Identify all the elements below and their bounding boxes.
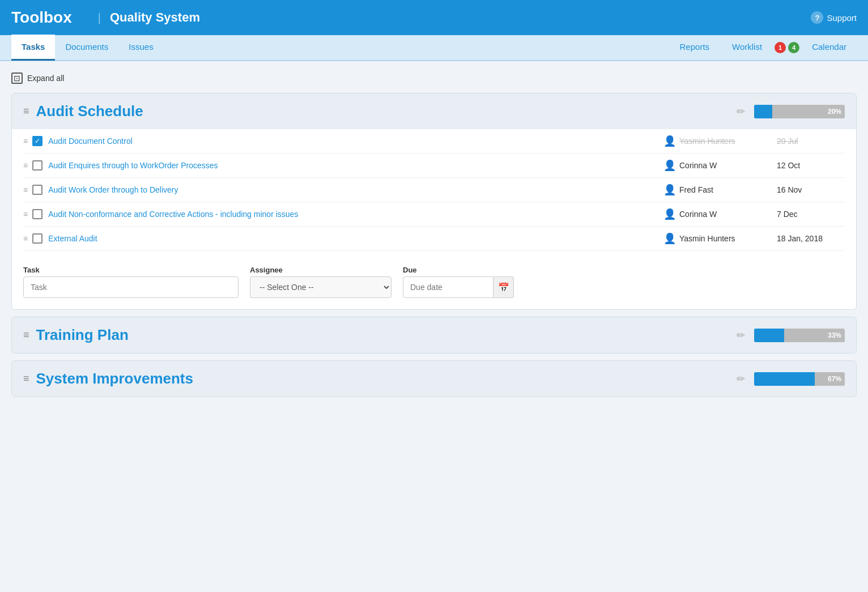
edit-icon-audit[interactable]: ✏ bbox=[737, 105, 745, 118]
section-audit-schedule: ≡ Audit Schedule ✏ 20% ≡ Aud bbox=[11, 93, 857, 310]
task-checkbox[interactable] bbox=[32, 209, 42, 219]
task-assignee: 👤 Yasmin Hunters bbox=[663, 135, 777, 147]
task-due: 12 Oct bbox=[777, 161, 845, 170]
table-row: ≡ Audit Document Control 👤 Yasmin Hunter… bbox=[23, 129, 845, 154]
drag-handle-icon: ≡ bbox=[23, 105, 29, 117]
task-due: 18 Jan, 2018 bbox=[777, 234, 845, 243]
due-date-input[interactable] bbox=[403, 276, 493, 298]
page-title: Quality System bbox=[110, 10, 200, 25]
add-task-row: Task Assignee -- Select One -- Due 📅 bbox=[23, 257, 845, 298]
task-title[interactable]: External Audit bbox=[48, 234, 663, 243]
task-input-col: Task bbox=[23, 266, 239, 298]
brand-logo[interactable]: Toolbox bbox=[11, 8, 72, 27]
tab-worklist[interactable]: Worklist bbox=[722, 35, 772, 61]
task-assignee: 👤 Corinna W bbox=[663, 208, 777, 220]
task-title[interactable]: Audit Work Order through to Delivery bbox=[48, 185, 663, 194]
task-title[interactable]: Audit Enquires through to WorkOrder Proc… bbox=[48, 161, 663, 170]
progress-label-audit: 20% bbox=[828, 108, 841, 116]
worklist-badge-green: 4 bbox=[788, 42, 799, 53]
drag-handle-icon: ≡ bbox=[23, 234, 28, 243]
edit-icon-training[interactable]: ✏ bbox=[737, 329, 745, 342]
top-navigation: Toolbox | Quality System ? Support bbox=[0, 0, 868, 35]
task-assignee: 👤 Yasmin Hunters bbox=[663, 232, 777, 245]
task-field-label: Task bbox=[23, 266, 239, 274]
table-row: ≡ External Audit 👤 Yasmin Hunters 18 Jan… bbox=[23, 227, 845, 251]
calendar-icon-button[interactable]: 📅 bbox=[493, 276, 514, 298]
task-checkbox[interactable] bbox=[32, 136, 42, 146]
expand-all-button[interactable]: ⊡ Expand all bbox=[11, 73, 857, 84]
tab-issues[interactable]: Issues bbox=[118, 35, 163, 61]
expand-all-label: Expand all bbox=[27, 74, 64, 83]
progress-bar-audit: 20% bbox=[754, 105, 845, 118]
table-row: ≡ Audit Work Order through to Delivery 👤… bbox=[23, 178, 845, 202]
section-title-training: Training Plan bbox=[36, 326, 737, 344]
task-assignee: 👤 Corinna W bbox=[663, 159, 777, 172]
section-header-improvements: ≡ System Improvements ✏ 67% bbox=[12, 361, 856, 397]
section-actions-training: ✏ 33% bbox=[737, 329, 845, 342]
assignee-name: Corinna W bbox=[679, 161, 717, 170]
support-icon: ? bbox=[811, 11, 823, 24]
worklist-badge-red: 1 bbox=[775, 42, 786, 53]
table-row: ≡ Audit Non-conformance and Corrective A… bbox=[23, 202, 845, 227]
assignee-name: Yasmin Hunters bbox=[679, 234, 735, 243]
section-system-improvements: ≡ System Improvements ✏ 67% bbox=[11, 360, 857, 397]
support-label: Support bbox=[827, 13, 857, 23]
progress-bar-training: 33% bbox=[754, 329, 845, 342]
table-row: ≡ Audit Enquires through to WorkOrder Pr… bbox=[23, 154, 845, 178]
task-checkbox[interactable] bbox=[32, 160, 42, 171]
tab-tasks[interactable]: Tasks bbox=[11, 35, 55, 61]
section-header-audit: ≡ Audit Schedule ✏ 20% bbox=[12, 93, 856, 129]
sub-navigation: Tasks Documents Issues Reports Worklist … bbox=[0, 35, 868, 61]
drag-handle-icon: ≡ bbox=[23, 210, 28, 219]
due-field-label: Due bbox=[403, 266, 514, 274]
progress-label-training: 33% bbox=[828, 331, 841, 339]
progress-label-improvements: 67% bbox=[828, 375, 841, 383]
section-header-training: ≡ Training Plan ✏ 33% bbox=[12, 317, 856, 353]
assignee-name: Fred Fast bbox=[679, 185, 713, 194]
support-link[interactable]: ? Support bbox=[811, 11, 857, 24]
assignee-select[interactable]: -- Select One -- bbox=[250, 276, 392, 298]
user-icon: 👤 bbox=[663, 232, 676, 245]
due-input-col: Due 📅 bbox=[403, 266, 514, 298]
task-input[interactable] bbox=[23, 276, 239, 298]
nav-divider: | bbox=[98, 11, 101, 24]
task-checkbox[interactable] bbox=[32, 233, 42, 244]
main-content: ⊡ Expand all ≡ Audit Schedule ✏ 20% bbox=[0, 61, 868, 415]
drag-handle-icon: ≡ bbox=[23, 185, 28, 194]
task-due: 16 Nov bbox=[777, 185, 845, 194]
edit-icon-improvements[interactable]: ✏ bbox=[737, 373, 745, 385]
assignee-field-label: Assignee bbox=[250, 266, 392, 274]
drag-handle-icon: ≡ bbox=[23, 329, 29, 341]
due-date-wrapper: 📅 bbox=[403, 276, 514, 298]
user-icon: 👤 bbox=[663, 184, 676, 196]
tab-calendar[interactable]: Calendar bbox=[802, 35, 857, 61]
assignee-input-col: Assignee -- Select One -- bbox=[250, 266, 392, 298]
drag-handle-icon: ≡ bbox=[23, 137, 28, 146]
user-icon: 👤 bbox=[663, 208, 676, 220]
right-nav-items: Reports Worklist 1 4 Calendar bbox=[670, 35, 857, 61]
section-title-audit: Audit Schedule bbox=[36, 103, 737, 120]
task-title[interactable]: Audit Non-conformance and Corrective Act… bbox=[48, 210, 663, 219]
task-due: 20 Jul bbox=[777, 137, 845, 146]
task-assignee: 👤 Fred Fast bbox=[663, 184, 777, 196]
expand-icon: ⊡ bbox=[11, 73, 23, 84]
tasks-container-audit: ≡ Audit Document Control 👤 Yasmin Hunter… bbox=[12, 129, 856, 309]
tab-documents[interactable]: Documents bbox=[55, 35, 118, 61]
section-actions-audit: ✏ 20% bbox=[737, 105, 845, 118]
section-training-plan: ≡ Training Plan ✏ 33% bbox=[11, 317, 857, 354]
assignee-name: Corinna W bbox=[679, 210, 717, 219]
drag-handle-icon: ≡ bbox=[23, 373, 29, 385]
task-due: 7 Dec bbox=[777, 210, 845, 219]
user-icon: 👤 bbox=[663, 159, 676, 172]
drag-handle-icon: ≡ bbox=[23, 161, 28, 170]
task-checkbox[interactable] bbox=[32, 185, 42, 195]
section-actions-improvements: ✏ 67% bbox=[737, 372, 845, 386]
tab-reports[interactable]: Reports bbox=[670, 35, 720, 61]
section-title-improvements: System Improvements bbox=[36, 370, 737, 387]
task-title[interactable]: Audit Document Control bbox=[48, 137, 663, 146]
assignee-name: Yasmin Hunters bbox=[679, 137, 735, 146]
progress-bar-improvements: 67% bbox=[754, 372, 845, 386]
user-icon: 👤 bbox=[663, 135, 676, 147]
